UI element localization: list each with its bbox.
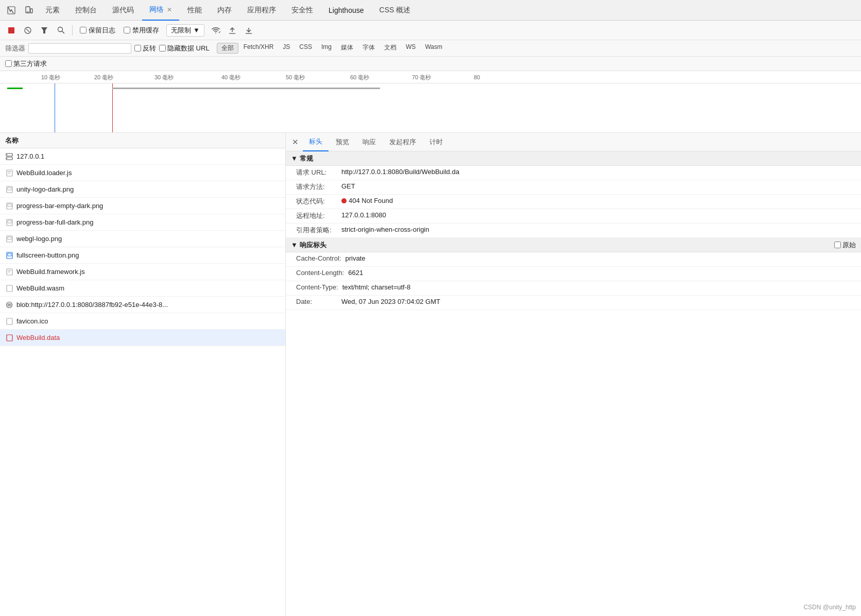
upload-icon <box>229 27 236 34</box>
panel-tabs: ✕ 标头 预览 响应 发起程序 计时 <box>286 133 861 151</box>
tab-console[interactable]: 控制台 <box>68 0 104 21</box>
list-item[interactable]: progress-bar-full-dark.png <box>0 214 285 231</box>
tab-network[interactable]: 网络 ✕ <box>142 0 179 21</box>
tab-security[interactable]: 安全性 <box>284 0 320 21</box>
svg-rect-2 <box>30 9 32 13</box>
panel-tab-initiator[interactable]: 发起程序 <box>383 133 422 151</box>
list-item[interactable]: WebBuild.framework.js <box>0 264 285 280</box>
filter-label: 筛选器 <box>5 44 25 53</box>
main-content: 名称 127.0.0.1 WebBuild.loader.js unity-lo… <box>0 133 861 616</box>
invert-checkbox[interactable]: 反转 <box>134 44 156 53</box>
svg-rect-35 <box>7 285 12 292</box>
tab-sources[interactable]: 源代码 <box>105 0 141 21</box>
remote-address-row: 远程地址: 127.0.0.1:8080 <box>286 209 861 224</box>
timeline-green-bar <box>7 88 23 89</box>
inspect-icon-btn[interactable] <box>3 2 20 19</box>
tick-10ms: 10 毫秒 <box>41 71 60 83</box>
tab-css-overview[interactable]: CSS 概述 <box>372 0 418 21</box>
server-icon <box>5 152 13 161</box>
list-item[interactable]: favicon.ico <box>0 313 285 330</box>
list-item[interactable]: webgl-logo.png <box>0 231 285 247</box>
hide-data-url-checkbox[interactable]: 隐藏数据 URL <box>159 44 210 53</box>
response-headers-collapse-icon[interactable]: ▼ <box>291 241 298 249</box>
inspect-icon <box>7 6 15 14</box>
filter-js-btn[interactable]: JS <box>279 43 294 54</box>
list-header: 名称 <box>0 133 285 148</box>
img-blue-file-icon <box>5 251 13 260</box>
status-code-row: 状态代码: 404 Not Found <box>286 195 861 209</box>
clear-button[interactable] <box>21 23 35 38</box>
list-item[interactable]: WebBuild.loader.js <box>0 165 285 181</box>
img-file-icon <box>5 218 13 227</box>
cache-control-row: Cache-Control: private <box>286 252 861 267</box>
general-collapse-icon[interactable]: ▼ <box>291 155 298 162</box>
upload-button[interactable] <box>225 23 239 38</box>
record-button[interactable] <box>4 23 19 38</box>
list-item[interactable]: WebBuild.wasm <box>0 280 285 297</box>
search-button[interactable] <box>54 23 68 38</box>
list-item[interactable]: blob:http://127.0.0.1:8080/3887fb92-e51e… <box>0 297 285 313</box>
list-item[interactable]: 127.0.0.1 <box>0 148 285 165</box>
tab-elements[interactable]: 元素 <box>38 0 67 21</box>
list-item[interactable]: unity-logo-dark.png <box>0 181 285 198</box>
filter-bar: 筛选器 反转 隐藏数据 URL 全部 Fetch/XHR JS CSS Img … <box>0 40 861 57</box>
list-item-selected[interactable]: WebBuild.data <box>0 330 285 346</box>
right-panel: ✕ 标头 预览 响应 发起程序 计时 ▼ 常规 <box>286 133 861 616</box>
tab-memory[interactable]: 内存 <box>210 0 239 21</box>
panel-close-btn[interactable]: ✕ <box>289 135 302 149</box>
timeline-blue-line <box>55 83 55 133</box>
js-file-icon <box>5 268 13 276</box>
tab-performance[interactable]: 性能 <box>180 0 209 21</box>
error-dot-icon <box>341 198 347 203</box>
tick-40ms: 40 毫秒 <box>221 71 240 83</box>
filter-icon <box>41 27 48 34</box>
panel-tab-timing[interactable]: 计时 <box>423 133 449 151</box>
panel-tab-response[interactable]: 响应 <box>356 133 382 151</box>
img-file-icon <box>5 202 13 210</box>
filter-type-buttons: 全部 Fetch/XHR JS CSS Img 媒体 字体 文档 WS Wasm <box>217 43 446 54</box>
filter-css-btn[interactable]: CSS <box>295 43 316 54</box>
status-error-badge: 404 Not Found <box>341 197 393 204</box>
svg-line-9 <box>62 31 64 34</box>
wasm-file-icon <box>5 284 13 293</box>
filter-input[interactable] <box>28 43 131 54</box>
preserve-log-checkbox[interactable]: 保留日志 <box>80 26 115 35</box>
filter-doc-btn[interactable]: 文档 <box>380 43 401 54</box>
list-item[interactable]: progress-bar-empty-dark.png <box>0 198 285 214</box>
filter-font-btn[interactable]: 字体 <box>358 43 379 54</box>
raw-checkbox[interactable]: 原始 <box>834 241 856 250</box>
tab-lighthouse[interactable]: Lighthouse <box>321 0 371 21</box>
svg-rect-31 <box>8 253 11 256</box>
tab-network-close[interactable]: ✕ <box>167 6 172 13</box>
filter-wasm-btn[interactable]: Wasm <box>421 43 446 54</box>
download-button[interactable] <box>242 23 256 38</box>
network-conditions-button[interactable] <box>209 23 223 38</box>
panel-tab-headers[interactable]: 标头 <box>303 133 329 151</box>
data-file-icon <box>5 334 13 342</box>
clear-icon <box>24 26 32 35</box>
request-url-row: 请求 URL: http://127.0.0.1:8080/Build/WebB… <box>286 166 861 180</box>
device-icon <box>25 6 33 14</box>
throttle-select[interactable]: 无限制 ▼ <box>166 24 204 37</box>
svg-line-6 <box>26 29 29 32</box>
svg-rect-40 <box>7 318 12 324</box>
panel-tab-preview[interactable]: 预览 <box>330 133 355 151</box>
filter-ws-btn[interactable]: WS <box>402 43 420 54</box>
device-icon-btn[interactable] <box>21 2 37 19</box>
svg-rect-29 <box>8 237 11 239</box>
tab-application[interactable]: 应用程序 <box>240 0 283 21</box>
filter-button[interactable] <box>37 23 51 38</box>
tick-30ms: 30 毫秒 <box>154 71 174 83</box>
filter-all-btn[interactable]: 全部 <box>217 43 238 54</box>
third-party-checkbox[interactable]: 第三方请求 <box>5 59 47 69</box>
filter-img-btn[interactable]: Img <box>317 43 336 54</box>
img-file-icon <box>5 185 13 194</box>
search-icon <box>57 26 65 34</box>
list-item[interactable]: fullscreen-button.png <box>0 247 285 264</box>
filter-fetch-xhr-btn[interactable]: Fetch/XHR <box>239 43 278 54</box>
filter-media-btn[interactable]: 媒体 <box>337 43 357 54</box>
toolbar-divider-1 <box>72 25 73 36</box>
disable-cache-checkbox[interactable]: 禁用缓存 <box>124 26 159 35</box>
date-row: Date: Wed, 07 Jun 2023 07:04:02 GMT <box>286 296 861 310</box>
tick-80: 80 <box>474 71 480 83</box>
